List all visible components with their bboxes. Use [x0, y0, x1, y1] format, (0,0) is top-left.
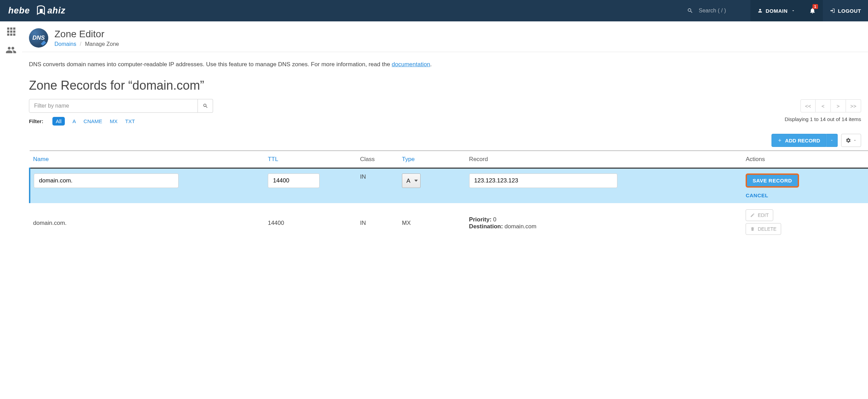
svg-rect-4 [10, 28, 12, 30]
apps-icon[interactable] [6, 26, 16, 38]
brand-logo[interactable]: hebeahiz [0, 0, 90, 21]
notifications-button[interactable]: 1 [802, 0, 823, 21]
gear-icon [846, 138, 851, 143]
row-record-priority: 0 [493, 216, 496, 223]
logout-label: LOGOUT [838, 8, 861, 14]
table-row: domain.com. 14400 IN MX Priority: 0 Dest… [30, 203, 868, 243]
global-search[interactable] [679, 0, 750, 21]
row-record-dest: domain.com [505, 223, 537, 230]
search-icon [687, 8, 693, 14]
delete-label: DELETE [758, 226, 776, 232]
breadcrumb-current: Manage Zone [85, 41, 119, 47]
records-table: Name TTL Class Type Record Actions IN [29, 150, 868, 243]
breadcrumb-separator: / [80, 41, 81, 47]
pager-last[interactable]: >> [846, 99, 861, 112]
row-type: MX [398, 203, 466, 243]
edit-class-value: IN [360, 173, 366, 180]
row-class: IN [356, 203, 398, 243]
svg-rect-10 [10, 33, 12, 36]
chevron-down-icon [791, 9, 795, 13]
settings-button[interactable] [841, 134, 861, 147]
filter-opt-all[interactable]: All [52, 117, 65, 126]
intro-post: . [430, 61, 432, 68]
plus-icon [777, 138, 782, 143]
svg-rect-1 [40, 9, 42, 12]
filter-opt-a[interactable]: A [72, 118, 76, 124]
row-ttl: 14400 [264, 203, 357, 243]
topnav: hebeahiz DOMAIN 1 LOGOUT [0, 0, 868, 21]
action-bar: ADD RECORD [22, 126, 868, 150]
global-search-input[interactable] [698, 7, 743, 14]
pager-first[interactable]: << [800, 99, 816, 112]
add-record-caret[interactable] [826, 134, 838, 147]
row-record-dest-label: Destination: [469, 223, 503, 230]
filter-opt-txt[interactable]: TXT [125, 118, 135, 124]
user-icon [757, 8, 763, 13]
edit-type-select[interactable]: A [402, 173, 421, 188]
search-icon [203, 103, 208, 109]
row-record-priority-label: Priority: [469, 216, 492, 223]
logout-button[interactable]: LOGOUT [823, 0, 868, 21]
pager-prev[interactable]: < [816, 99, 831, 112]
pager-next[interactable]: > [831, 99, 846, 112]
pencil-icon [750, 213, 755, 218]
svg-rect-11 [13, 33, 15, 36]
filter-opt-mx[interactable]: MX [110, 118, 118, 124]
trash-icon [750, 227, 755, 231]
svg-rect-8 [13, 31, 15, 33]
col-class: Class [356, 151, 398, 168]
sidebar [0, 21, 22, 253]
svg-rect-5 [13, 28, 15, 30]
edit-record-input[interactable] [469, 173, 617, 188]
col-type[interactable]: Type [398, 151, 466, 168]
users-icon[interactable] [6, 44, 17, 57]
col-name[interactable]: Name [30, 151, 264, 168]
col-record: Record [466, 151, 743, 168]
documentation-link[interactable]: documentation [392, 61, 430, 68]
pager-info: Displaying 1 to 14 out of 14 items [785, 113, 868, 122]
type-filter-label: Filter: [29, 118, 43, 124]
domain-label: DOMAIN [766, 8, 788, 14]
edit-label: EDIT [758, 212, 769, 218]
edit-name-input[interactable] [34, 173, 179, 188]
svg-rect-9 [7, 33, 9, 36]
edit-ttl-input[interactable] [268, 173, 320, 188]
dns-badge-icon: DNS [29, 28, 48, 48]
page-header: DNS Zone Editor Domains / Manage Zone [22, 21, 868, 52]
name-filter [29, 99, 213, 113]
svg-rect-7 [10, 31, 12, 33]
page-title: Zone Editor [54, 29, 119, 40]
notification-badge: 1 [813, 4, 818, 9]
svg-text:hebe: hebe [8, 6, 30, 15]
breadcrumb-domains[interactable]: Domains [54, 41, 76, 47]
dns-badge-text: DNS [32, 34, 45, 41]
filter-opt-cname[interactable]: CNAME [83, 118, 102, 124]
delete-row-button[interactable]: DELETE [746, 223, 781, 235]
chevron-down-icon [853, 139, 857, 142]
cancel-edit-link[interactable]: CANCEL [746, 192, 865, 198]
svg-text:ahiz: ahiz [47, 6, 65, 15]
svg-rect-3 [7, 28, 9, 30]
svg-rect-6 [7, 31, 9, 33]
add-record-label: ADD RECORD [785, 138, 820, 143]
chevron-down-icon [830, 139, 834, 142]
intro-text: DNS converts domain names into computer-… [22, 52, 868, 68]
filter-input[interactable] [29, 99, 198, 113]
col-ttl[interactable]: TTL [264, 151, 357, 168]
pager: << < > >> [800, 99, 861, 112]
add-record-button[interactable]: ADD RECORD [771, 134, 826, 147]
breadcrumb: Domains / Manage Zone [54, 41, 119, 47]
section-title: Zone Records for “domain.com” [22, 68, 868, 99]
intro-pre: DNS converts domain names into computer-… [29, 61, 392, 68]
type-filter: Filter: All A CNAME MX TXT [22, 113, 142, 126]
filter-search-button[interactable] [198, 99, 213, 113]
row-name: domain.com. [30, 203, 264, 243]
save-record-button[interactable]: SAVE RECORD [746, 173, 799, 188]
logout-icon [830, 8, 835, 13]
row-record: Priority: 0 Destination: domain.com [466, 203, 743, 243]
edit-row-button[interactable]: EDIT [746, 209, 773, 221]
domain-switcher[interactable]: DOMAIN [750, 0, 802, 21]
table-row-editing: IN A SAVE RECORD CANCEL [30, 168, 868, 203]
main-content: DNS Zone Editor Domains / Manage Zone DN… [22, 21, 868, 253]
col-actions: Actions [742, 151, 868, 168]
